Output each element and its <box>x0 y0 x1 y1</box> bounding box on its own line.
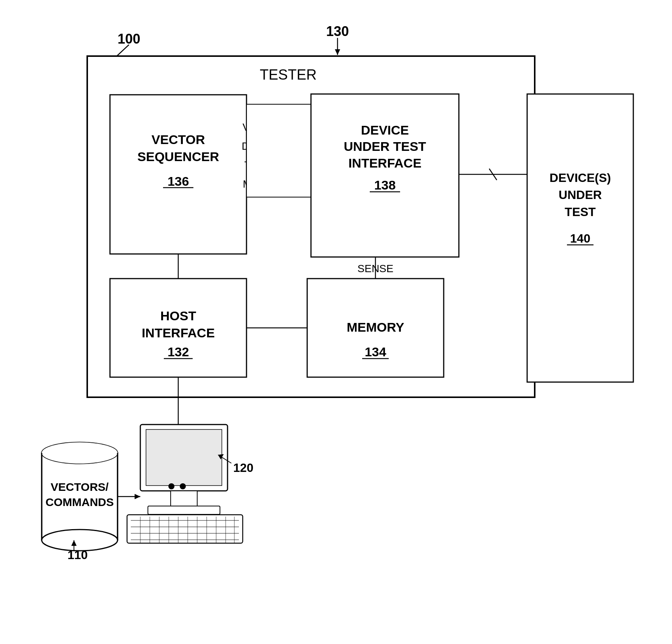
vs-label-1: VECTOR <box>151 132 205 147</box>
monitor-stand-neck <box>171 491 197 506</box>
vs-num-label: 136 <box>168 174 189 188</box>
dut-box-label-2: UNDER <box>559 188 602 202</box>
dut-box-label-3: TEST <box>565 205 596 219</box>
hi-label-1: HOST <box>160 309 196 323</box>
dut-interface-box <box>311 94 459 257</box>
monitor-dot-1 <box>168 483 174 489</box>
dut-box-label-1: DEVICE(S) <box>550 171 611 185</box>
ref-130-label: 130 <box>326 24 349 39</box>
mem-num-label: 134 <box>365 345 386 359</box>
svg-marker-3 <box>335 49 340 55</box>
ref-100-label: 100 <box>118 31 140 47</box>
ref-120-label: 120 <box>233 461 253 475</box>
dut-label-1: DEVICE <box>361 123 409 137</box>
monitor-screen <box>146 429 222 486</box>
monitor-dot-2 <box>180 483 186 489</box>
dut-num-label: 138 <box>374 178 396 192</box>
dut-label-3: INTERFACE <box>349 156 422 170</box>
ref-110-label: 110 <box>68 548 88 562</box>
vc-label-2: COMMANDS <box>46 496 114 508</box>
monitor-base <box>148 506 220 514</box>
hi-num-label: 132 <box>168 345 189 359</box>
svg-point-38 <box>42 442 118 464</box>
svg-marker-44 <box>135 494 140 499</box>
memory-label: MEMORY <box>347 320 404 334</box>
svg-rect-10 <box>247 104 311 197</box>
keyboard-body <box>127 515 243 543</box>
diagram-container: 100 130 TESTER VECTOR SEQUENCER 136 VTH … <box>0 0 672 644</box>
tester-label: TESTER <box>260 67 317 83</box>
dut-label-2: UNDER TEST <box>344 139 426 154</box>
vectors-commands-bottom <box>42 530 118 551</box>
dut-box-num-label: 140 <box>570 232 590 245</box>
vs-label-2: SEQUENCER <box>137 149 219 164</box>
vc-label-1: VECTORS/ <box>51 481 109 493</box>
hi-label-2: INTERFACE <box>142 326 215 340</box>
